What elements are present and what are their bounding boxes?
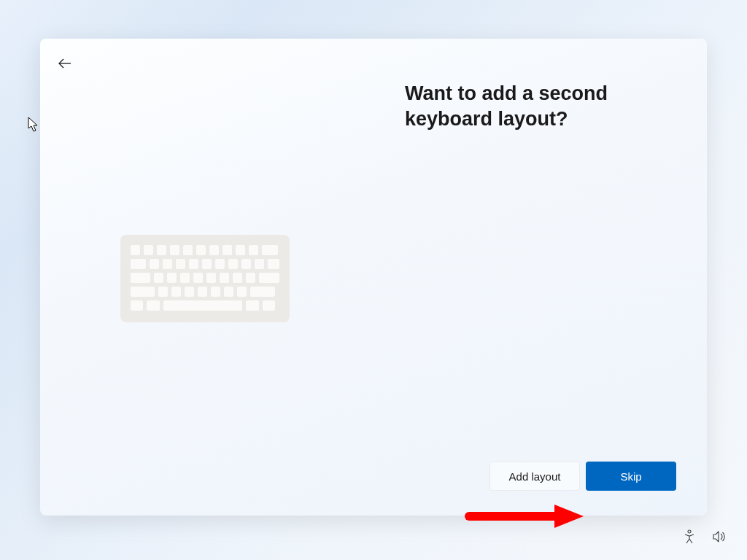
back-arrow-icon: [58, 58, 72, 69]
mouse-cursor: [28, 117, 39, 133]
page-title: Want to add a second keyboard layout?: [405, 81, 667, 132]
svg-line-3: [686, 539, 689, 543]
keyboard-illustration: [120, 235, 290, 322]
volume-icon[interactable]: [712, 530, 727, 546]
add-layout-button[interactable]: Add layout: [489, 462, 580, 491]
svg-point-1: [688, 530, 691, 533]
svg-line-4: [689, 539, 692, 543]
accessibility-icon[interactable]: [683, 529, 696, 547]
back-button[interactable]: [53, 52, 77, 75]
oobe-dialog: Want to add a second keyboard layout? Ad…: [40, 39, 707, 516]
skip-button[interactable]: Skip: [586, 462, 676, 491]
button-row: Add layout Skip: [489, 462, 676, 491]
system-tray: [683, 529, 727, 547]
